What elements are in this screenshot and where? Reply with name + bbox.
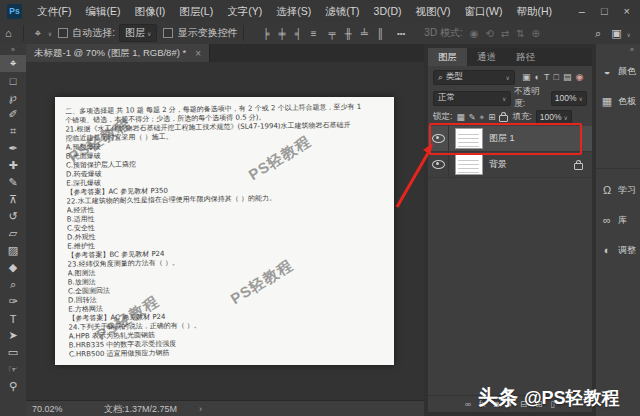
3d-mode-label: 3D 模式: — [424, 26, 462, 40]
eyedropper-tool-icon[interactable]: ✒ — [0, 140, 26, 157]
panel-tab[interactable]: 图层 — [428, 48, 467, 66]
divider — [243, 25, 244, 41]
search-icon[interactable]: ⌕ — [595, 27, 601, 40]
blur-tool-icon[interactable]: ◆ — [0, 259, 26, 276]
panel-icon-strip: « ◒ 颜色 ▦ 色板 Ω — [596, 44, 640, 416]
lock-pixels-icon[interactable]: ✎ — [468, 112, 475, 122]
panel-strip-group-2: Ω 学习 ∞ 库 ◐ 调整 — [596, 168, 640, 265]
dodge-tool-icon[interactable]: ⌕ — [0, 276, 26, 293]
divider — [23, 25, 24, 41]
layer-filter-icons: ▣◐T□▤◉ — [522, 72, 583, 82]
type-tool-icon[interactable]: T — [0, 310, 26, 327]
align-icon[interactable]: ╪ — [279, 28, 286, 39]
history-brush-tool-icon[interactable]: ↺ — [0, 208, 26, 225]
show-transform-checkbox[interactable] — [163, 28, 173, 38]
auto-select-checkbox[interactable] — [58, 28, 68, 38]
search-icon: ⌕ — [438, 72, 443, 83]
layer-thumbnail[interactable] — [455, 154, 483, 175]
menu-item[interactable]: 文件(F) — [30, 0, 78, 22]
menu-item[interactable]: 编辑(E) — [78, 0, 127, 22]
align-icon[interactable]: ≡ — [311, 28, 317, 39]
crop-tool-icon[interactable]: ⌗ — [0, 123, 26, 140]
menu-item[interactable]: 视图(V) — [409, 0, 458, 22]
healing-brush-tool-icon[interactable]: ✚ — [0, 157, 26, 174]
quick-selection-tool-icon[interactable]: ✐ — [0, 106, 26, 123]
marquee-tool-icon[interactable]: □ — [0, 72, 26, 89]
filter-type-icon[interactable]: T — [544, 72, 550, 82]
filter-type-dropdown[interactable]: ⌕ 类型 ∨ — [433, 70, 515, 85]
lasso-tool-icon[interactable]: ℘ — [0, 89, 26, 106]
dock-collapse-icon[interactable]: « — [596, 44, 640, 56]
chevron-down-icon[interactable]: ∨ — [48, 30, 52, 37]
menu-item[interactable]: 图层(L) — [172, 0, 220, 22]
pen-tool-icon[interactable]: ✑ — [0, 293, 26, 310]
zoom-level-field[interactable]: 70.02% — [32, 404, 90, 414]
lock-all-icon[interactable] — [499, 115, 508, 122]
menu-item[interactable]: 3D(D) — [367, 0, 409, 22]
learn-panel-icon[interactable]: Ω 学习 — [596, 175, 640, 205]
libraries-panel-icon[interactable]: ∞ 库 — [596, 205, 640, 235]
tab-close-icon[interactable]: × — [195, 48, 201, 59]
document-tab-bar: 未标题-1 @ 70% (图层 1, RGB/8#) * × — [26, 44, 424, 62]
swatches-panel-icon[interactable]: ▦ 色板 — [596, 86, 640, 116]
3d-mode-icon: ⟲ — [485, 28, 493, 39]
layer-row[interactable]: 背景 — [428, 152, 592, 178]
eraser-tool-icon[interactable]: ▱ — [0, 225, 26, 242]
filter-adjustment-icon[interactable]: ◐ — [535, 72, 540, 82]
menu-item[interactable]: 帮助(H) — [510, 0, 560, 22]
lock-artboard-icon[interactable]: ⊞ — [488, 112, 495, 122]
close-icon[interactable]: × — [624, 5, 630, 17]
toutiao-watermark: 头条 @PS轻教程 — [478, 384, 620, 411]
status-chevron-icon[interactable]: › — [199, 404, 202, 414]
window-controls: – □ × — [579, 5, 630, 17]
document-tab[interactable]: 未标题-1 @ 70% (图层 1, RGB/8#) * × — [26, 44, 210, 62]
menu-item[interactable]: 窗口(W) — [458, 0, 510, 22]
brush-tool-icon[interactable]: ✎ — [0, 174, 26, 191]
maximize-icon[interactable]: □ — [601, 5, 608, 17]
auto-select-dropdown[interactable]: 图层 ∨ — [119, 24, 157, 42]
adjustments-panel-icon[interactable]: ◐ 调整 — [596, 235, 640, 265]
toolbar-collapse-icon[interactable]: » — [0, 44, 26, 55]
color-panel-icon[interactable]: ◒ 颜色 — [596, 56, 640, 86]
minimize-icon[interactable]: – — [579, 5, 585, 17]
lock-position-icon[interactable]: ⌖ — [480, 112, 485, 123]
panel-dock: 图层通道路径 ⌕ 类型 ∨ ▣◐T□▤◉ 正常 ∨ 不透明度: 100% — [424, 44, 640, 416]
opacity-field[interactable]: 100% ∨ — [551, 91, 587, 106]
menu-item[interactable]: 图像(I) — [127, 0, 172, 22]
visibility-cell[interactable] — [428, 152, 449, 177]
menu-item[interactable]: 文字(Y) — [220, 0, 269, 22]
distribute-icon[interactable]: ╧ — [361, 28, 368, 39]
lock-transparency-icon[interactable]: ▦ — [456, 112, 464, 122]
filter-smart-object-icon[interactable]: ▤ — [563, 72, 572, 82]
link-layers-icon[interactable]: ∞ — [465, 399, 471, 409]
filter-shape-icon[interactable]: □ — [553, 72, 558, 82]
align-icon[interactable]: ╞ — [262, 28, 269, 39]
home-icon[interactable]: ⌂ — [0, 27, 17, 39]
canvas[interactable]: 二、多项选择题 共 10 题 每题 2 分，每题的备选项中，有 2 个或 2 个… — [26, 62, 424, 400]
more-options-icon[interactable]: ••• — [392, 29, 410, 38]
menu-item[interactable]: 滤镜(T) — [318, 0, 366, 22]
path-selection-tool-icon[interactable]: ➤ — [0, 327, 26, 344]
distribute-icon[interactable]: ╤ — [329, 28, 336, 39]
align-icon[interactable]: ╡ — [295, 28, 302, 39]
move-tool-preset-icon[interactable]: ⌖ — [30, 27, 46, 40]
3d-mode-icon: ◉ — [470, 28, 479, 39]
filter-toggle-icon[interactable]: ◉ — [575, 72, 583, 82]
distribute-icon[interactable]: ║ — [377, 28, 384, 39]
workspace-switcher-icon[interactable]: ▣ ∨ — [611, 27, 631, 40]
move-tool-icon[interactable]: ⌖ — [0, 55, 26, 72]
clone-stamp-tool-icon[interactable]: ⊼ — [0, 191, 26, 208]
shape-tool-icon[interactable]: ▭ — [0, 344, 26, 361]
distribute-icon[interactable]: ╫ — [345, 28, 352, 39]
options-bar: ⌂ ⌖ ∨ 自动选择: 图层 ∨ 显示变换控件 ╞╪╡≡ ╤╫╧║ ••• 3D… — [0, 22, 640, 45]
gradient-tool-icon[interactable]: ▨ — [0, 242, 26, 259]
blend-mode-dropdown[interactable]: 正常 ∨ — [433, 91, 511, 106]
menu-item[interactable]: 选择(S) — [269, 0, 318, 22]
3d-mode-icon: ⊕ — [532, 28, 540, 39]
panel-tab[interactable]: 路径 — [506, 48, 545, 66]
panel-tab[interactable]: 通道 — [467, 48, 506, 66]
chevron-down-icon: ∨ — [147, 30, 151, 37]
zoom-tool-icon[interactable]: ⚲ — [0, 378, 26, 395]
hand-tool-icon[interactable]: ☞ — [0, 361, 26, 378]
filter-image-icon[interactable]: ▣ — [522, 72, 531, 82]
